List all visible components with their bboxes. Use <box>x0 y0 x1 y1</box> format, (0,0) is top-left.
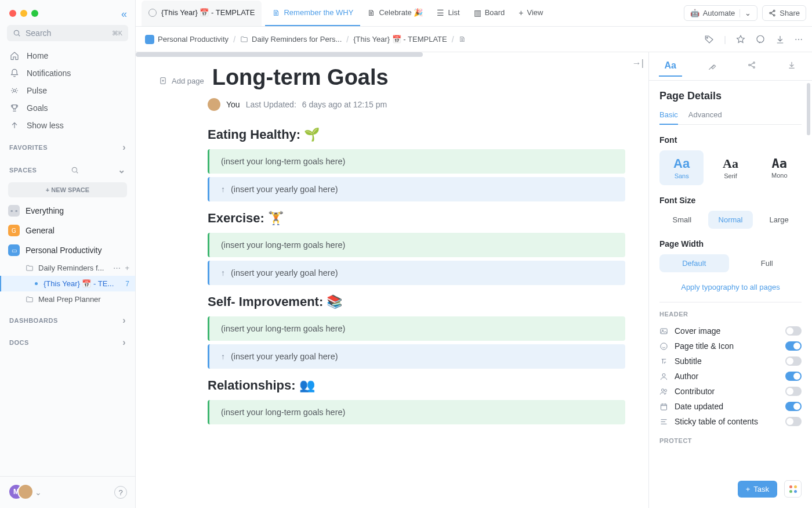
sidebar-item-this-year[interactable]: {This Year} 📅 - TE...7 <box>0 276 135 291</box>
yearly-goal-block[interactable]: ↑(insert your yearly goal here) <box>208 261 625 285</box>
svg-point-16 <box>661 343 667 349</box>
comment-icon[interactable] <box>755 34 766 45</box>
share-button[interactable]: Share <box>762 5 806 21</box>
width-default[interactable]: Default <box>659 254 729 272</box>
docs-header[interactable]: DOCS› <box>0 329 135 351</box>
sidebar-item-meal-prep[interactable]: Meal Prep Planner <box>0 291 135 307</box>
image-icon <box>659 327 669 336</box>
toggle-switch[interactable] <box>785 387 802 396</box>
search-icon[interactable] <box>71 166 79 174</box>
doc-icon: 🗎 <box>272 8 280 17</box>
user-avatars[interactable]: M <box>8 484 31 501</box>
window-minimize[interactable] <box>20 10 27 17</box>
nav-show-less[interactable]: Show less <box>0 117 135 134</box>
section-heading[interactable]: Eating Healthy: 🌱 <box>208 127 625 142</box>
chevron-down-icon[interactable]: ⌄ <box>35 488 42 497</box>
panel-tab-relations[interactable] <box>741 56 762 77</box>
sidebar-item-daily-reminders[interactable]: Daily Reminders f...⋯ + <box>0 260 135 276</box>
chevron-down-icon[interactable]: ⌄ <box>118 164 126 175</box>
subtab-basic[interactable]: Basic <box>659 110 678 125</box>
plus-icon: + <box>746 485 751 493</box>
space-everything[interactable]: ⚬⚬Everything <box>0 201 135 221</box>
spaces-header[interactable]: SPACES⌄ <box>0 156 135 179</box>
document-area[interactable]: →| Add page Long-term Goals You Last Upd… <box>136 52 648 508</box>
plus-icon: + <box>519 8 523 17</box>
tab-remember-why[interactable]: 🗎Remember the WHY <box>265 1 360 26</box>
breadcrumb-doc[interactable]: 🗎 <box>459 35 466 44</box>
page-title[interactable]: Long-term Goals <box>212 65 389 90</box>
apps-button[interactable] <box>784 480 802 498</box>
more-icon[interactable]: ⋯ <box>795 35 803 44</box>
tag-icon[interactable] <box>704 34 715 45</box>
yearly-goal-block[interactable]: ↑(insert your yearly goal here) <box>208 177 625 201</box>
everything-icon: ⚬⚬ <box>8 205 20 217</box>
size-normal[interactable]: Normal <box>708 211 753 229</box>
panel-scrollbar[interactable] <box>807 83 810 135</box>
section-heading[interactable]: Self- Improvement: 📚 <box>208 294 625 309</box>
apply-typography-link[interactable]: Apply typography to all pages <box>659 283 802 291</box>
new-task-button[interactable]: +Task <box>738 481 777 498</box>
download-icon[interactable] <box>775 34 785 45</box>
toggle-switch[interactable] <box>785 417 802 426</box>
general-icon: G <box>8 225 20 236</box>
dashboards-header[interactable]: DASHBOARDS› <box>0 307 135 329</box>
users-icon <box>659 387 669 396</box>
section-heading[interactable]: Exercise: 🏋️ <box>208 211 625 226</box>
tab-list[interactable]: ☰List <box>430 1 466 26</box>
favorites-header[interactable]: FAVORITES› <box>0 134 135 156</box>
smile-icon <box>659 342 669 351</box>
doc-icon: 🗎 <box>459 35 466 44</box>
font-mono[interactable]: AaMono <box>757 150 802 185</box>
search-input[interactable]: Search ⌘K <box>7 25 128 41</box>
status-circle-icon <box>148 9 157 17</box>
automate-button[interactable]: 🤖Automate⌄ <box>684 5 758 21</box>
star-icon[interactable] <box>735 34 746 45</box>
chevron-right-icon: › <box>122 315 126 326</box>
subtab-advanced[interactable]: Advanced <box>688 110 722 124</box>
width-full[interactable]: Full <box>733 254 802 272</box>
help-button[interactable]: ? <box>114 486 127 499</box>
toggle-switch[interactable] <box>785 356 802 366</box>
nav-home[interactable]: Home <box>0 47 135 64</box>
new-space-button[interactable]: + NEW SPACE <box>8 182 127 197</box>
longterm-goal-block[interactable]: (insert your long-term goals here) <box>208 400 625 424</box>
tab-board[interactable]: ▥Board <box>467 1 512 26</box>
breadcrumb-space[interactable]: Personal Productivity <box>145 35 229 44</box>
font-serif[interactable]: AaSerif <box>708 150 752 185</box>
nav-goals[interactable]: Goals <box>0 99 135 117</box>
toggle-switch[interactable] <box>785 402 802 411</box>
longterm-goal-block[interactable]: (insert your long-term goals here) <box>208 316 625 341</box>
toggle-switch[interactable] <box>785 326 802 336</box>
horizontal-scrollbar[interactable] <box>136 52 423 57</box>
longterm-goal-block[interactable]: (insert your long-term goals here) <box>208 149 625 174</box>
longterm-goal-block[interactable]: (insert your long-term goals here) <box>208 233 625 257</box>
toggle-contributor: Contributor <box>659 384 802 399</box>
arrow-up-icon: ↑ <box>221 352 225 361</box>
tab-celebrate[interactable]: 🗎Celebrate 🎉 <box>360 1 430 26</box>
tab-main[interactable]: {This Year} 📅 - TEMPLATE <box>142 1 262 26</box>
toggle-switch[interactable] <box>785 341 802 351</box>
space-general[interactable]: GGeneral <box>0 221 135 240</box>
panel-collapse-icon[interactable]: →| <box>632 58 644 69</box>
window-maximize[interactable] <box>31 10 38 17</box>
size-large[interactable]: Large <box>756 211 802 229</box>
nav-pulse[interactable]: Pulse <box>0 82 135 99</box>
sidebar-collapse-icon[interactable]: « <box>121 8 127 20</box>
window-close[interactable] <box>9 10 16 17</box>
nav-notifications[interactable]: Notifications <box>0 64 135 82</box>
breadcrumb-folder[interactable]: Daily Reminders for Pers... <box>240 35 342 44</box>
tab-add-view[interactable]: +View <box>512 1 550 26</box>
panel-tab-typography[interactable]: Aa <box>659 56 682 77</box>
add-page-button[interactable]: Add page <box>159 77 204 85</box>
toggle-switch[interactable] <box>785 372 802 381</box>
panel-tab-export[interactable] <box>781 56 802 77</box>
space-personal-productivity[interactable]: ▭Personal Productivity <box>0 240 135 260</box>
calendar-icon <box>659 402 669 411</box>
yearly-goal-block[interactable]: ↑(insert your yearly goal here) <box>208 344 625 369</box>
breadcrumb-list[interactable]: {This Year} 📅 - TEMPLATE <box>353 35 447 44</box>
item-actions[interactable]: ⋯ + <box>113 264 129 272</box>
font-sans[interactable]: AaSans <box>659 150 704 185</box>
panel-tab-edit[interactable] <box>701 56 722 77</box>
section-heading[interactable]: Relationships: 👥 <box>208 378 625 393</box>
size-small[interactable]: Small <box>659 211 705 229</box>
